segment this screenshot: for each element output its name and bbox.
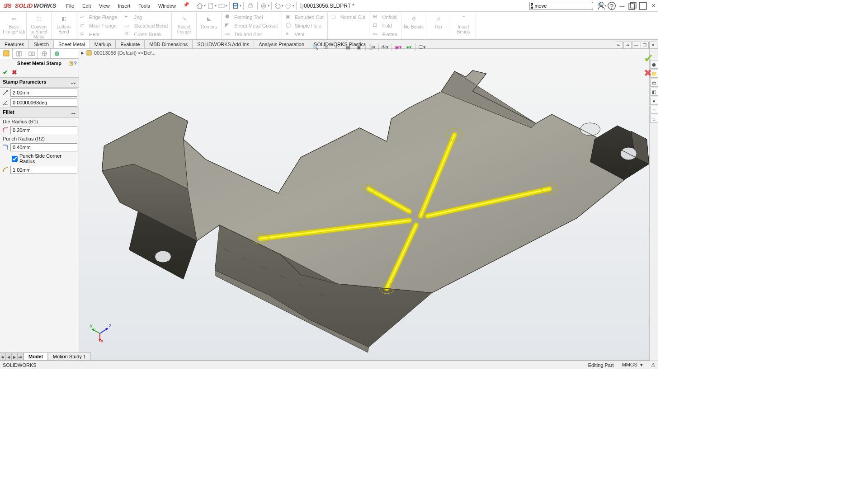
appearance-icon[interactable]: ●▾ (405, 42, 414, 52)
menu-view[interactable]: View (95, 2, 113, 10)
base-flange-button: ▭Base Flange/Tab (4, 13, 24, 34)
view-triad[interactable]: x y z (90, 320, 113, 343)
zoom-fit-icon[interactable]: 🔍 (311, 42, 320, 52)
user-icon[interactable] (596, 1, 606, 11)
part-icon (86, 50, 92, 56)
graphics-viewport[interactable]: ▶ 00013056 (Default) <<Def... 🔍 ⧈ ↶ ▦ ▣ … (79, 49, 658, 361)
svg-rect-23 (87, 51, 91, 55)
pin-icon[interactable]: 📌 (183, 2, 189, 10)
zoom-area-icon[interactable]: ⧈ (322, 42, 331, 52)
depth-input[interactable] (10, 89, 77, 97)
close-button[interactable]: ✕ (648, 1, 658, 11)
tab-features[interactable]: Features (0, 40, 29, 48)
bottom-tab-model[interactable]: Model (24, 352, 48, 361)
doc-expand-left-button[interactable]: ⇤ (615, 42, 623, 49)
status-units-label[interactable]: MMGS ▾ (622, 362, 643, 368)
tab-solidworks-addins[interactable]: SOLIDWORKS Add-Ins (193, 40, 254, 48)
svg-text:z: z (109, 323, 112, 328)
search-input[interactable] (534, 3, 597, 9)
confirm-cancel-button[interactable]: ✖ (644, 67, 654, 79)
bottom-tab-motion-study[interactable]: Motion Study 1 (48, 352, 91, 361)
svg-text:?: ? (610, 2, 613, 9)
display-style-icon[interactable]: 👁▾ (381, 42, 390, 52)
view-orientation-icon[interactable]: ◳▾ (368, 42, 377, 52)
pm-tab-hide-icon[interactable] (13, 49, 25, 59)
die-radius-input[interactable] (10, 126, 77, 134)
pm-section-fillet[interactable]: Fillet︿ (0, 108, 79, 118)
tab-sketch[interactable]: Sketch (29, 40, 54, 48)
corner-radius-input[interactable] (10, 166, 77, 174)
pm-ok-button[interactable]: ✔ (3, 69, 8, 76)
menu-tools[interactable]: Tools (135, 2, 154, 10)
doc-restore-button[interactable]: ❐ (641, 42, 649, 49)
task-pane-strip: ⬢ 📁 🗀 ◧ ● ≡ ⌂ (649, 49, 658, 361)
pm-section-stamp-parameters[interactable]: Stamp Parameters︿ (0, 77, 79, 88)
tab-markup[interactable]: Markup (90, 40, 116, 48)
svg-rect-5 (249, 4, 252, 5)
punch-side-corner-checkbox[interactable] (12, 156, 18, 162)
quick-access-toolbar: ▾ ▾ ▾ ▾ ▾ ▾ ▾ ▾ (196, 1, 308, 11)
new-icon[interactable]: ▾ (207, 1, 217, 11)
punch-radius-input[interactable] (10, 143, 77, 151)
no-bends-button: ⊘No Bends (403, 13, 424, 29)
svg-point-27 (155, 251, 171, 263)
pm-tab-feature-icon[interactable] (0, 49, 13, 59)
pm-help-icon[interactable]: ? (74, 61, 77, 66)
svg-point-8 (599, 2, 603, 5)
confirm-ok-button[interactable]: ✔ (644, 52, 654, 66)
minimize-button[interactable]: — (617, 1, 627, 11)
doc-expand-right-button[interactable]: ⇥ (623, 42, 632, 49)
normal-cut-button: ▢Normal Cut (330, 13, 368, 21)
status-alert-icon[interactable]: ⚠ (651, 362, 656, 368)
task-forum-icon[interactable]: ⌂ (650, 115, 658, 123)
tab-and-slot-button: ▭Tab and Slot (223, 30, 280, 38)
prev-view-icon[interactable]: ↶ (333, 42, 342, 52)
die-radius-label: Die Radius (R1) (0, 118, 79, 125)
restore-button[interactable] (627, 1, 637, 11)
flyout-tree[interactable]: ▶ 00013056 (Default) <<Def... (81, 50, 156, 56)
maximize-button[interactable] (638, 1, 648, 11)
svg-rect-13 (639, 2, 646, 9)
forming-tool-button: ⬢Forming Tool (223, 13, 280, 21)
angle-input[interactable] (10, 99, 77, 107)
task-custom-props-icon[interactable]: ≡ (650, 106, 658, 114)
command-search[interactable]: ≥ 🔍 ▾ (529, 2, 593, 10)
undo-icon[interactable]: ▾ (274, 1, 283, 11)
dynamic-annot-icon[interactable]: ▣ (354, 42, 363, 52)
sketched-bend-button: ◡Sketched Bend (123, 21, 170, 30)
print-icon[interactable] (245, 1, 255, 11)
section-view-icon[interactable]: ▦ (344, 42, 353, 52)
pm-tab-dimxpert-icon[interactable] (38, 49, 51, 59)
task-file-explorer-icon[interactable]: 🗀 (650, 79, 658, 87)
options-icon[interactable]: ▾ (259, 1, 269, 11)
pm-tab-config-icon[interactable] (25, 49, 38, 59)
help-icon[interactable]: ? (607, 1, 617, 11)
pm-tab-appearance-icon[interactable] (51, 49, 63, 59)
pm-info-icon[interactable]: ⍰ (70, 61, 73, 66)
open-icon[interactable]: ▾ (217, 1, 227, 11)
cross-break-button: ✕Cross-Break (123, 30, 170, 38)
document-window-controls: ⇤ ⇥ — ❐ ✕ (615, 42, 657, 49)
doc-close-button[interactable]: ✕ (649, 42, 657, 49)
menu-file[interactable]: File (62, 2, 78, 10)
tab-mbd-dimensions[interactable]: MBD Dimensions (145, 40, 193, 48)
menu-insert[interactable]: Insert (114, 2, 134, 10)
tab-analysis-preparation[interactable]: Analysis Preparation (254, 40, 309, 48)
menu-edit[interactable]: Edit (79, 2, 94, 10)
expand-tree-icon[interactable]: ▶ (81, 51, 84, 55)
tab-evaluate[interactable]: Evaluate (116, 40, 145, 48)
home-icon[interactable]: ▾ (196, 1, 206, 11)
pm-cancel-button[interactable]: ✖ (12, 69, 17, 76)
main-menu-bar: File Edit View Insert Tools Window 📌 (62, 2, 189, 10)
collapse-icon: ︿ (71, 109, 76, 116)
tab-sheet-metal[interactable]: Sheet Metal (54, 40, 90, 48)
redo-icon[interactable]: ▾ (284, 1, 294, 11)
task-appearances-icon[interactable]: ● (650, 97, 658, 105)
scene-icon[interactable]: 🖵▾ (418, 42, 427, 52)
save-icon[interactable]: ▾ (231, 1, 241, 11)
doc-minimize-button[interactable]: — (632, 42, 640, 49)
hide-show-icon[interactable]: ◉▾ (394, 42, 403, 52)
menu-window[interactable]: Window (155, 2, 179, 10)
task-view-palette-icon[interactable]: ◧ (650, 88, 658, 96)
svg-rect-12 (630, 2, 636, 8)
